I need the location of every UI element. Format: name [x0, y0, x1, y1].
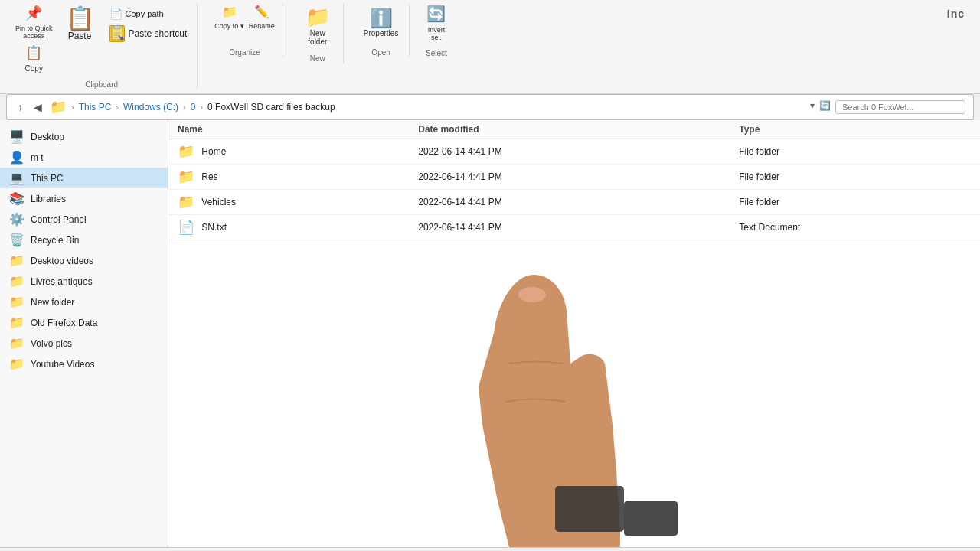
- sidebar-item-label-mt: m t: [31, 152, 44, 163]
- rename-icon: ✏️: [254, 5, 270, 19]
- table-row[interactable]: 📄 SN.txt 2022-06-14 4:41 PM Text Documen…: [168, 215, 980, 240]
- breadcrumb-0[interactable]: 0: [191, 102, 196, 112]
- sidebar-item-label-volvo: Volvo pics: [31, 338, 72, 349]
- svg-point-7: [518, 287, 546, 302]
- svg-rect-1: [114, 26, 120, 29]
- file-name-vehicles: Vehicles: [201, 197, 236, 207]
- col-header-date[interactable]: Date modified: [409, 120, 730, 139]
- folder-icon: 📁: [50, 99, 67, 116]
- select-label: Select: [426, 46, 447, 57]
- breadcrumb-windows-c[interactable]: Windows (C:): [123, 102, 178, 112]
- properties-button[interactable]: ℹ️ Properties: [359, 5, 403, 40]
- file-type-cell: Text Document: [730, 215, 980, 240]
- sidebar-item-label-recycle-bin: Recycle Bin: [31, 235, 79, 246]
- organize-group: 📁 Copy to ▾ ✏️ Rename Organize: [207, 3, 283, 57]
- inc-badge: Inc: [947, 8, 965, 20]
- table-row[interactable]: 📁 Res 2022-06-14 4:41 PM File folder: [168, 165, 980, 190]
- control-panel-icon: ⚙️: [9, 212, 24, 227]
- copy-button[interactable]: 📋 Copy: [12, 43, 56, 74]
- copy-icon: 📋: [25, 44, 42, 61]
- sidebar-item-youtube-videos[interactable]: 📁 Youtube Videos: [0, 354, 168, 374]
- file-name-cell: 📁 Res: [168, 165, 409, 190]
- search-input[interactable]: [835, 100, 965, 114]
- svg-rect-8: [555, 486, 624, 532]
- folder-icon-new: 📁: [9, 295, 24, 309]
- select-group: 🔄 Invert sel. Select: [419, 3, 453, 57]
- breadcrumb-sep-1: ›: [116, 103, 119, 112]
- sidebar-item-label-desktop-videos: Desktop videos: [31, 256, 93, 266]
- sidebar-item-livres-antiques[interactable]: 📁 Livres antiques: [0, 271, 168, 292]
- sidebar-item-label-old-firefox: Old Firefox Data: [31, 318, 97, 328]
- table-row[interactable]: 📁 Vehicles 2022-06-14 4:41 PM File folde…: [168, 190, 980, 215]
- file-content: Name Date modified Type 📁 Home 2022-06-1…: [168, 120, 980, 547]
- file-date-cell: 2022-06-14 4:41 PM: [409, 165, 730, 190]
- organize-label: Organize: [229, 45, 260, 57]
- dropdown-icon[interactable]: ▾: [810, 100, 815, 114]
- new-folder-button[interactable]: 📁 New folder: [299, 3, 337, 48]
- col-header-type[interactable]: Type: [730, 120, 980, 139]
- file-name-cell: 📁 Vehicles: [168, 190, 409, 215]
- sidebar-item-volvo-pics[interactable]: 📁 Volvo pics: [0, 333, 168, 354]
- sidebar-item-desktop-videos[interactable]: 📁 Desktop videos: [0, 250, 168, 271]
- file-name-home: Home: [201, 146, 226, 157]
- copy-path-icon: 📄: [109, 8, 122, 20]
- breadcrumb-sep-0: ›: [71, 103, 74, 112]
- new-folder-icon: 📁: [305, 5, 330, 29]
- nav-back-button[interactable]: ◀: [31, 99, 45, 115]
- table-header-row: Name Date modified Type: [168, 120, 980, 139]
- sidebar-item-control-panel[interactable]: ⚙️ Control Panel: [0, 209, 168, 230]
- breadcrumb-sep-3: ›: [200, 103, 203, 112]
- sidebar-item-this-pc[interactable]: 💻 This PC: [0, 168, 168, 188]
- clipboard-group: 📌 Pin to Quick access 📋 Copy 📋 Paste 📄 C…: [6, 3, 198, 89]
- open-label: Open: [371, 45, 390, 57]
- address-bar-actions: ▾ 🔄: [810, 100, 965, 114]
- folder-icon-youtube: 📁: [9, 357, 24, 371]
- paste-button[interactable]: 📋 Paste: [59, 3, 101, 44]
- file-name-res: Res: [201, 171, 217, 182]
- paste-shortcut-button[interactable]: Paste shortcut: [106, 24, 191, 44]
- sidebar-item-new-folder[interactable]: 📁 New folder: [0, 292, 168, 312]
- clipboard-label: Clipboard: [85, 77, 118, 89]
- sidebar: 🖥️ Desktop 👤 m t 💻 This PC 📚 Libraries ⚙…: [0, 120, 168, 547]
- paste-shortcut-icon: [109, 25, 125, 42]
- sidebar-item-user-mt[interactable]: 👤 m t: [0, 147, 168, 168]
- hand-overlay: [322, 256, 781, 547]
- sidebar-item-label-libraries: Libraries: [31, 194, 66, 204]
- sidebar-item-old-firefox[interactable]: 📁 Old Firefox Data: [0, 312, 168, 333]
- sidebar-item-desktop[interactable]: 🖥️ Desktop: [0, 126, 168, 147]
- folder-icon-firefox: 📁: [9, 315, 24, 330]
- invert-selection-button[interactable]: 🔄 Invert sel.: [425, 3, 447, 43]
- copy-to-button[interactable]: 📁 Copy to ▾: [213, 3, 246, 31]
- file-date-cell: 2022-06-14 4:41 PM: [409, 190, 730, 215]
- toolbar: 📌 Pin to Quick access 📋 Copy 📋 Paste 📄 C…: [0, 0, 980, 94]
- folder-icon-desktop-videos: 📁: [9, 253, 24, 268]
- sidebar-item-libraries[interactable]: 📚 Libraries: [0, 188, 168, 209]
- file-type-cell: File folder: [730, 165, 980, 190]
- user-icon: 👤: [9, 150, 24, 165]
- pin-icon: 📌: [25, 5, 42, 21]
- file-name-sn-txt: SN.txt: [201, 222, 227, 233]
- file-date-cell: 2022-06-14 4:41 PM: [409, 215, 730, 240]
- pin-quick-access-button[interactable]: 📌 Pin to Quick access: [12, 3, 56, 41]
- this-pc-icon: 💻: [9, 171, 24, 185]
- copy-path-button[interactable]: 📄 Copy path: [106, 6, 191, 21]
- copy-to-icon: 📁: [222, 5, 237, 19]
- file-table: Name Date modified Type 📁 Home 2022-06-1…: [168, 120, 980, 240]
- sidebar-item-label-livres: Livres antiques: [31, 276, 93, 287]
- refresh-icon[interactable]: 🔄: [819, 100, 831, 114]
- table-row[interactable]: 📁 Home 2022-06-14 4:41 PM File folder: [168, 139, 980, 165]
- sidebar-item-recycle-bin[interactable]: 🗑️ Recycle Bin: [0, 230, 168, 250]
- file-icon-home: 📁: [178, 144, 194, 159]
- file-type-cell: File folder: [730, 190, 980, 215]
- sidebar-item-label-control-panel: Control Panel: [31, 214, 87, 225]
- properties-icon: ℹ️: [370, 8, 393, 29]
- sidebar-item-label-new-folder: New folder: [31, 297, 74, 308]
- status-bar: 4 items: [0, 547, 980, 551]
- sidebar-item-label-desktop: Desktop: [31, 132, 64, 142]
- new-group: 📁 New folder New: [292, 3, 344, 63]
- nav-up-button[interactable]: ↑: [15, 99, 26, 115]
- col-header-name[interactable]: Name: [168, 120, 409, 139]
- file-date-cell: 2022-06-14 4:41 PM: [409, 139, 730, 165]
- rename-button[interactable]: ✏️ Rename: [247, 3, 276, 31]
- breadcrumb-this-pc[interactable]: This PC: [79, 102, 112, 112]
